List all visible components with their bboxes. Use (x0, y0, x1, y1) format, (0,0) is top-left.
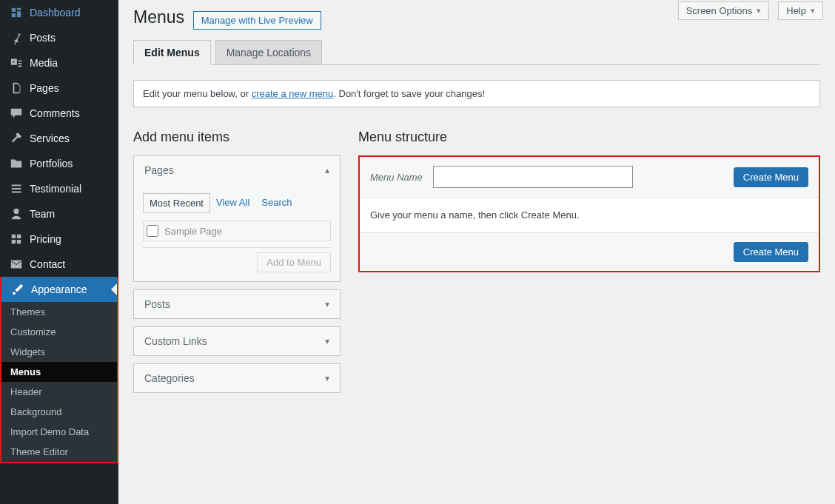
appearance-group-highlight: Appearance ThemesCustomizeWidgetsMenusHe… (0, 277, 118, 463)
menu-instructions: Give your menu a name, then click Create… (360, 198, 819, 232)
submenu-item-theme-editor[interactable]: Theme Editor (1, 442, 117, 462)
sidebar-item-portfolios[interactable]: Portfolios (0, 151, 118, 176)
submenu-item-header[interactable]: Header (1, 382, 117, 402)
sidebar-item-label: Contact (30, 258, 65, 270)
top-controls: Screen Options Help (678, 1, 823, 20)
screen-options-button[interactable]: Screen Options (678, 1, 770, 20)
create-menu-button-bottom[interactable]: Create Menu (734, 242, 808, 262)
menu-structure-heading: Menu structure (358, 130, 820, 145)
tab-nav: Edit Menus Manage Locations (133, 40, 820, 65)
dashboard-icon (9, 5, 24, 20)
info-notice: Edit your menu below, or create a new me… (133, 80, 820, 107)
help-button[interactable]: Help (778, 1, 823, 20)
list-icon (9, 181, 24, 196)
live-preview-button[interactable]: Manage with Live Preview (193, 11, 321, 30)
add-menu-items-column: Add menu items Pages ▴ Most Recent View … (133, 130, 341, 400)
sidebar-item-testimonial[interactable]: Testimonial (0, 176, 118, 201)
chevron-down-icon: ▾ (325, 373, 329, 383)
categories-accordion: Categories ▾ (133, 363, 341, 393)
submenu-item-themes[interactable]: Themes (1, 302, 117, 322)
page-title: Menus (133, 7, 184, 27)
media-icon (9, 56, 24, 70)
admin-sidebar: DashboardPostsMediaPagesCommentsServices… (0, 0, 118, 504)
posts-accordion: Posts ▾ (133, 289, 341, 319)
chevron-up-icon: ▴ (325, 165, 329, 175)
tab-edit-menus[interactable]: Edit Menus (133, 40, 211, 65)
pages-accordion-header[interactable]: Pages ▴ (134, 156, 340, 184)
add-items-heading: Add menu items (133, 130, 341, 145)
sidebar-item-comments[interactable]: Comments (0, 101, 118, 126)
sidebar-item-label: Dashboard (30, 7, 81, 19)
sidebar-item-label: Comments (30, 107, 80, 119)
menu-name-input[interactable] (433, 166, 633, 188)
chevron-down-icon: ▾ (325, 299, 329, 309)
sidebar-item-label: Services (30, 132, 70, 144)
create-menu-button-top[interactable]: Create Menu (734, 167, 808, 187)
custom-links-accordion-header[interactable]: Custom Links ▾ (134, 327, 340, 355)
posts-accordion-header[interactable]: Posts ▾ (134, 290, 340, 318)
sidebar-item-label: Portfolios (30, 158, 73, 169)
sidebar-item-appearance[interactable]: Appearance (1, 277, 117, 302)
submenu-item-import-demo-data[interactable]: Import Demo Data (1, 422, 117, 442)
sidebar-item-team[interactable]: Team (0, 201, 118, 226)
pages-tab-recent[interactable]: Most Recent (143, 193, 210, 213)
main-content: Screen Options Help Menus Manage with Li… (118, 0, 835, 504)
sidebar-item-pricing[interactable]: Pricing (0, 226, 118, 252)
pages-tab-search[interactable]: Search (255, 193, 298, 213)
comment-icon (9, 106, 24, 121)
folder-icon (9, 156, 24, 171)
sidebar-item-label: Pricing (30, 233, 61, 245)
sidebar-item-label: Appearance (31, 283, 87, 295)
sidebar-item-pages[interactable]: Pages (0, 75, 118, 101)
chevron-down-icon: ▾ (325, 336, 329, 346)
sidebar-item-label: Media (30, 57, 58, 69)
hammer-icon (9, 131, 24, 146)
submenu-item-widgets[interactable]: Widgets (1, 342, 117, 362)
sample-page-checkbox[interactable] (147, 225, 158, 237)
create-new-menu-link[interactable]: create a new menu (252, 88, 334, 99)
sample-page-label: Sample Page (164, 226, 222, 237)
sidebar-item-dashboard[interactable]: Dashboard (0, 0, 118, 25)
sidebar-item-label: Pages (30, 82, 59, 94)
menu-settings-box: Menu Name Create Menu Give your menu a n… (358, 155, 820, 272)
submenu-item-menus[interactable]: Menus (1, 362, 117, 382)
pin-icon (9, 30, 24, 45)
brush-icon (10, 282, 25, 297)
add-to-menu-button[interactable]: Add to Menu (257, 252, 331, 272)
sidebar-item-services[interactable]: Services (0, 126, 118, 151)
pages-tab-viewall[interactable]: View All (210, 193, 255, 213)
menu-name-label: Menu Name (370, 172, 423, 183)
pages-icon (9, 81, 24, 95)
sidebar-item-label: Testimonial (30, 183, 81, 195)
page-item-sample[interactable]: Sample Page (143, 221, 331, 241)
sidebar-item-contact[interactable]: Contact (0, 252, 118, 277)
sidebar-item-media[interactable]: Media (0, 50, 118, 75)
menu-structure-column: Menu structure Menu Name Create Menu Giv… (358, 130, 820, 400)
pages-accordion: Pages ▴ Most Recent View All Search Samp… (133, 155, 341, 282)
mail-icon (9, 257, 24, 272)
submenu-item-background[interactable]: Background (1, 402, 117, 422)
appearance-submenu: ThemesCustomizeWidgetsMenusHeaderBackgro… (1, 302, 117, 462)
sidebar-item-label: Team (30, 208, 55, 220)
categories-accordion-header[interactable]: Categories ▾ (134, 364, 340, 392)
person-icon (9, 206, 24, 221)
tab-manage-locations[interactable]: Manage Locations (215, 40, 322, 64)
sidebar-item-label: Posts (30, 32, 56, 44)
submenu-item-customize[interactable]: Customize (1, 322, 117, 342)
custom-links-accordion: Custom Links ▾ (133, 326, 341, 356)
grid-icon (9, 232, 24, 246)
sidebar-item-posts[interactable]: Posts (0, 25, 118, 50)
